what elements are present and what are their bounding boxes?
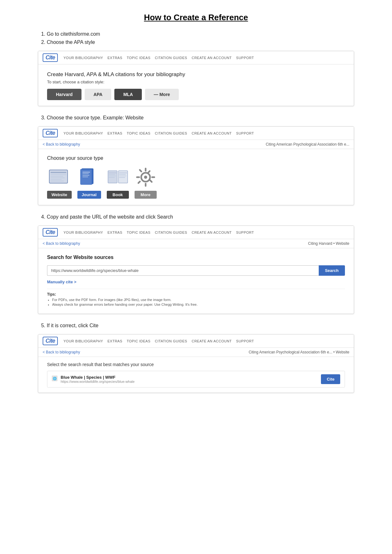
mla-button[interactable]: MLA: [114, 89, 142, 100]
back-row-2: < Back to bibliography Citing American P…: [38, 140, 354, 149]
tips-title: Tips:: [47, 292, 345, 297]
svg-rect-17: [108, 176, 116, 176]
nav2-topic-ideas: TOPIC IDEAS: [127, 131, 150, 135]
nav-create-account: CREATE AN ACCOUNT: [192, 56, 232, 60]
cite-button[interactable]: Cite: [321, 374, 340, 384]
screenshot1-subtext: To start, choose a citation style:: [47, 80, 345, 84]
svg-rect-14: [118, 171, 128, 183]
nav3-citation: CITATION GUIDES: [155, 231, 187, 234]
svg-rect-11: [82, 175, 89, 176]
svg-rect-13: [108, 171, 117, 183]
back-row-3: < Back to bibliography Citing Harvard • …: [38, 239, 354, 248]
svg-rect-32: [137, 180, 141, 184]
nav-extras: EXTRAS: [107, 56, 122, 60]
result-url: https://www.worldwildlife.org/species/bl…: [61, 380, 135, 383]
result-info: 🌐 Blue Whale | Species | WWF https://www…: [52, 375, 135, 383]
svg-rect-18: [108, 177, 114, 178]
tip-2: Always check for grammar errors before h…: [52, 303, 345, 306]
svg-rect-28: [151, 177, 155, 178]
svg-rect-27: [136, 177, 140, 178]
citing-4: Citing American Psychological Associatio…: [249, 350, 349, 354]
result-text: Blue Whale | Species | WWF https://www.w…: [61, 375, 135, 383]
step-5: If it is correct, click Cite: [47, 323, 354, 328]
result-item: 🌐 Blue Whale | Species | WWF https://www…: [47, 371, 345, 388]
nav4-citation: CITATION GUIDES: [155, 339, 187, 343]
svg-point-24: [144, 176, 147, 179]
logo-3: Cite: [43, 228, 58, 237]
back-link-3[interactable]: < Back to bibliography: [43, 241, 80, 246]
navbar-links-4: YOUR BIBLIOGRAPHY EXTRAS TOPIC IDEAS CIT…: [63, 339, 349, 343]
url-search-input[interactable]: [47, 265, 319, 276]
citing-3: Citing Harvard • Website: [308, 241, 349, 246]
book-label: Book: [107, 191, 129, 199]
source-journal[interactable]: Journal: [77, 166, 101, 199]
nav2-extras: EXTRAS: [107, 131, 122, 135]
source-book[interactable]: Book: [107, 166, 129, 199]
more-icon: [135, 166, 157, 188]
nav4-account: CREATE AN ACCOUNT: [192, 339, 232, 343]
harvard-button[interactable]: Harvard: [47, 89, 81, 100]
svg-rect-30: [149, 179, 153, 183]
source-more[interactable]: More: [135, 166, 157, 199]
navbar-4: Cite YOUR BIBLIOGRAPHY EXTRAS TOPIC IDEA…: [38, 334, 354, 348]
back-row-4: < Back to bibliography Citing American P…: [38, 348, 354, 357]
screenshot1-headline: Create Harvard, APA & MLA citations for …: [47, 71, 345, 78]
nav-bibliography: YOUR BIBLIOGRAPHY: [63, 56, 103, 60]
svg-rect-10: [82, 173, 89, 174]
svg-rect-25: [145, 168, 146, 172]
page-title: How to Create a Reference: [38, 13, 354, 22]
navbar-2: Cite YOUR BIBLIOGRAPHY EXTRAS TOPIC IDEA…: [38, 127, 354, 140]
svg-rect-3: [51, 176, 63, 177]
more-src-label: More: [135, 191, 157, 199]
nav2-support: SUPPORT: [236, 131, 254, 135]
back-link-4[interactable]: < Back to bibliography: [43, 350, 80, 354]
manually-cite-link[interactable]: Manually cite >: [47, 280, 345, 284]
screenshot1-content: Create Harvard, APA & MLA citations for …: [38, 64, 354, 106]
svg-rect-12: [82, 177, 88, 177]
svg-rect-6: [51, 181, 64, 181]
book-icon: [107, 166, 129, 188]
search-heading-bold: Website: [74, 255, 93, 260]
tips-list: For PDFs, use the PDF form. For images (…: [47, 298, 345, 306]
svg-rect-4: [51, 178, 65, 178]
result-title: Blue Whale | Species | WWF: [61, 375, 135, 380]
svg-rect-2: [51, 174, 66, 175]
journal-label: Journal: [77, 191, 101, 199]
svg-rect-5: [51, 179, 62, 180]
screenshot-4: Cite YOUR BIBLIOGRAPHY EXTRAS TOPIC IDEA…: [38, 334, 354, 393]
source-website[interactable]: Website: [47, 166, 72, 199]
nav-support: SUPPORT: [236, 56, 254, 60]
step-3: Choose the source type. Example: Website: [47, 115, 354, 121]
svg-rect-22: [119, 177, 125, 178]
svg-rect-21: [119, 176, 126, 176]
navbar-links-3: YOUR BIBLIOGRAPHY EXTRAS TOPIC IDEAS CIT…: [63, 231, 349, 234]
apa-button[interactable]: APA: [85, 89, 112, 100]
search-button[interactable]: Search: [319, 265, 345, 276]
step-4: Copy and paste the URL of the website an…: [47, 214, 354, 220]
screenshot-2: Cite YOUR BIBLIOGRAPHY EXTRAS TOPIC IDEA…: [38, 126, 354, 205]
website-icon: [48, 166, 70, 188]
result-favicon: 🌐: [52, 376, 57, 381]
nav2-create-account: CREATE AN ACCOUNT: [192, 131, 232, 135]
svg-rect-26: [145, 183, 146, 187]
nav2-bibliography: YOUR BIBLIOGRAPHY: [63, 131, 103, 135]
search-heading-suffix: sources: [93, 255, 114, 260]
nav4-bibliography: YOUR BIBLIOGRAPHY: [63, 339, 103, 343]
citing-2: Citing American Psychological Associatio…: [266, 142, 349, 147]
style-buttons: Harvard APA MLA — More: [47, 89, 345, 100]
svg-rect-20: [119, 174, 125, 175]
svg-rect-19: [119, 172, 127, 173]
nav4-support: SUPPORT: [236, 339, 254, 343]
back-link-2[interactable]: < Back to bibliography: [43, 142, 80, 147]
nav3-topic: TOPIC IDEAS: [127, 231, 150, 234]
search-section: Search for Website sources Search Manual…: [38, 248, 354, 314]
navbar-1: Cite YOUR BIBLIOGRAPHY EXTRAS TOPIC IDEA…: [38, 51, 354, 64]
search-heading-prefix: Search for: [47, 255, 74, 260]
nav3-extras: EXTRAS: [107, 231, 122, 234]
svg-rect-31: [147, 170, 151, 174]
more-button[interactable]: — More: [145, 89, 179, 100]
logo-2: Cite: [43, 129, 58, 137]
step-1: Go to citethisforme.com: [47, 31, 354, 37]
logo-4: Cite: [43, 337, 58, 345]
nav-citation-guides: CITATION GUIDES: [155, 56, 187, 60]
